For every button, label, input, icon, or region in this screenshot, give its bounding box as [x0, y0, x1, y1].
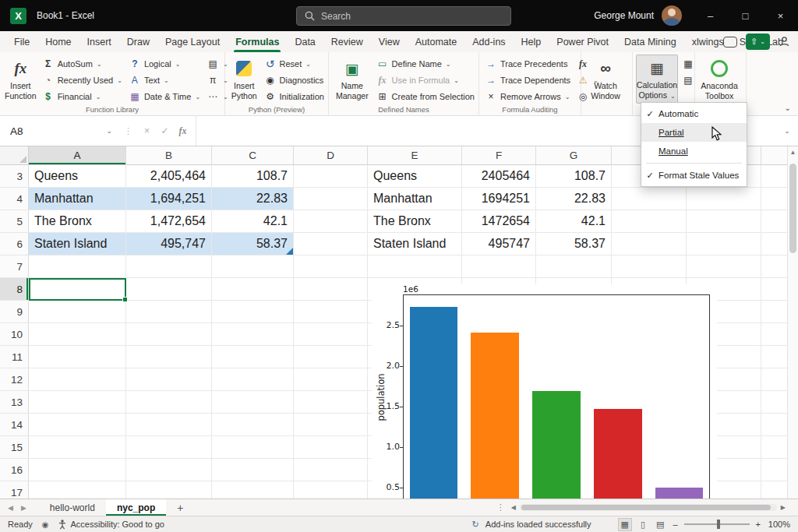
select-all-corner[interactable]: [0, 146, 29, 165]
scroll-left-icon[interactable]: ◀: [511, 504, 516, 511]
add-sheet-button[interactable]: +: [177, 502, 183, 514]
fill-handle[interactable]: [122, 297, 128, 302]
cell-J14[interactable]: [761, 414, 787, 436]
excel-app-icon[interactable]: X: [10, 8, 26, 24]
row-header-6[interactable]: 6: [0, 233, 29, 255]
cell-J10[interactable]: [761, 323, 787, 346]
embedded-chart[interactable]: 0.51.01.52.02.51e6population: [372, 284, 717, 499]
cell-D15[interactable]: [294, 436, 368, 459]
column-header-C[interactable]: C: [212, 146, 294, 165]
cell-D17[interactable]: [294, 481, 368, 499]
ribbon-tab-home[interactable]: Home: [37, 31, 79, 52]
drag-handle-icon[interactable]: ⋮: [124, 126, 132, 136]
cell-B6[interactable]: 495,747: [126, 233, 212, 255]
cell-A4[interactable]: Manhattan: [29, 188, 126, 210]
cell-C15[interactable]: [212, 436, 294, 459]
cell-C14[interactable]: [212, 414, 294, 436]
cell-J11[interactable]: [761, 346, 787, 368]
cell-C16[interactable]: [212, 459, 294, 481]
chevron-down-icon[interactable]: ⌄: [106, 127, 112, 135]
row-header-5[interactable]: 5: [0, 210, 29, 233]
cell-D8[interactable]: [294, 278, 368, 301]
cell-B14[interactable]: [126, 414, 212, 436]
vertical-scrollbar-thumb[interactable]: [789, 164, 796, 253]
comments-icon[interactable]: [723, 37, 737, 48]
cell-D13[interactable]: [294, 391, 368, 414]
column-header-A[interactable]: A: [29, 146, 126, 165]
row-header-8[interactable]: 8: [0, 278, 29, 301]
financial-button[interactable]: $Financial⌄: [40, 89, 125, 104]
column-header-E[interactable]: E: [368, 146, 462, 165]
row-header-9[interactable]: 9: [0, 301, 29, 323]
minimize-button[interactable]: –: [693, 0, 728, 31]
create-from-selection-button[interactable]: ⊞Create from Selection: [374, 89, 477, 104]
column-header-F[interactable]: F: [462, 146, 536, 165]
cell-J16[interactable]: [761, 459, 787, 481]
cell-G4[interactable]: 22.83: [536, 188, 612, 210]
cell-G7[interactable]: [536, 255, 612, 278]
ribbon-tab-file[interactable]: File: [6, 31, 37, 52]
cell-J7[interactable]: [761, 255, 787, 278]
cell-B12[interactable]: [126, 368, 212, 391]
anaconda-toolbox-button[interactable]: Anaconda Toolbox: [698, 55, 740, 103]
cell-B3[interactable]: 2,405,464: [126, 165, 212, 188]
cell-D11[interactable]: [294, 346, 368, 368]
cell-C8[interactable]: [212, 278, 294, 301]
view-page-break-button[interactable]: ▤: [654, 519, 666, 530]
cell-A14[interactable]: [29, 414, 126, 436]
cell-A13[interactable]: [29, 391, 126, 414]
cell-C10[interactable]: [212, 323, 294, 346]
insert-function-fx-icon[interactable]: fx: [174, 125, 192, 137]
cell-I5[interactable]: [687, 210, 761, 233]
cell-A3[interactable]: Queens: [29, 165, 126, 188]
trace-precedents-button[interactable]: →Trace Precedents: [482, 56, 573, 72]
maximize-button[interactable]: □: [728, 0, 763, 31]
ribbon-tab-insert[interactable]: Insert: [79, 31, 119, 52]
cell-J3[interactable]: [761, 165, 787, 188]
menu-item-format-stale-values[interactable]: ✓Format Stale Values: [641, 166, 747, 185]
cell-A6[interactable]: Staten Island: [29, 233, 126, 255]
active-cell-selection[interactable]: [29, 278, 126, 301]
name-manager-button[interactable]: ▣Name Manager: [332, 55, 373, 103]
insert-python-button[interactable]: Insert Python: [228, 55, 260, 103]
cell-D10[interactable]: [294, 323, 368, 346]
row-header-10[interactable]: 10: [0, 323, 29, 346]
ribbon-tab-help[interactable]: Help: [514, 31, 549, 52]
remove-arrows-button[interactable]: ×Remove Arrows⌄: [482, 89, 573, 104]
cell-C7[interactable]: [212, 255, 294, 278]
confirm-entry-icon[interactable]: ✓: [156, 125, 174, 136]
initialization-button[interactable]: ⚙Initialization: [262, 89, 327, 104]
zoom-slider[interactable]: [684, 523, 750, 525]
accessibility-status[interactable]: Accessibility: Good to go: [71, 520, 164, 529]
cell-D6[interactable]: [294, 233, 368, 255]
row-header-14[interactable]: 14: [0, 414, 29, 436]
row-header-15[interactable]: 15: [0, 436, 29, 459]
close-button[interactable]: ×: [763, 0, 798, 31]
cell-B7[interactable]: [126, 255, 212, 278]
insert-function-button[interactable]: fxInsert Function: [3, 55, 38, 103]
cell-J6[interactable]: [761, 233, 787, 255]
cell-J9[interactable]: [761, 301, 787, 323]
sheet-tab-hello-world[interactable]: hello-world: [39, 499, 106, 516]
cell-E7[interactable]: [368, 255, 462, 278]
row-header-11[interactable]: 11: [0, 346, 29, 368]
cell-A11[interactable]: [29, 346, 126, 368]
horizontal-scrollbar-thumb[interactable]: [521, 505, 771, 510]
row-header-7[interactable]: 7: [0, 255, 29, 278]
cell-F5[interactable]: 1472654: [462, 210, 536, 233]
cell-J4[interactable]: [761, 188, 787, 210]
zoom-out-button[interactable]: –: [673, 520, 677, 529]
cell-D5[interactable]: [294, 210, 368, 233]
cell-E6[interactable]: Staten Island: [368, 233, 462, 255]
people-icon[interactable]: [779, 36, 790, 48]
cell-B11[interactable]: [126, 346, 212, 368]
name-box[interactable]: A8 ⌄: [0, 116, 118, 146]
cell-H7[interactable]: [612, 255, 687, 278]
cell-B8[interactable]: [126, 278, 212, 301]
cell-J15[interactable]: [761, 436, 787, 459]
cell-D7[interactable]: [294, 255, 368, 278]
reset-button[interactable]: ↺Reset⌄: [262, 56, 327, 72]
cell-C17[interactable]: [212, 481, 294, 499]
cell-C6[interactable]: 58.37: [212, 233, 294, 255]
cell-A9[interactable]: [29, 301, 126, 323]
